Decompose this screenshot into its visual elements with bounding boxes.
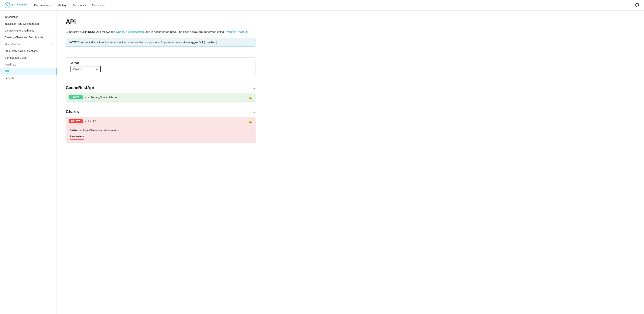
cache-rest-api-title: CacheRestApi [66, 85, 94, 90]
main-content: API Superset's public REST API follows t… [57, 10, 264, 314]
main-nav: Documentation Gallery Community Resource… [34, 4, 635, 7]
parameters-section: Parameters [70, 135, 252, 140]
sidebar-item-roadmap[interactable]: Roadmap [0, 61, 56, 68]
chevron-down-icon: ⌄ [50, 43, 52, 45]
method-badge-post: POST [69, 95, 82, 99]
servers-label: Servers [70, 61, 251, 64]
page-layout: Introduction Installation and Configurat… [0, 10, 644, 314]
servers-box: Servers /api/v1 ⌄ [66, 57, 256, 76]
endpoint-path: /chart/ [85, 120, 248, 123]
sidebar-item-contribution[interactable]: Contribution Guide [0, 54, 56, 61]
intro-paragraph: Superset's public REST API follows the O… [66, 30, 256, 34]
charts-section: Charts ⌄ DELETE /chart/ 🔒 Deletes multip… [66, 106, 256, 143]
charts-title: Charts [66, 109, 79, 114]
cache-rest-api-section: CacheRestApi ⌄ POST /cachekey/invalidate… [66, 82, 256, 102]
sidebar-item-installation[interactable]: Installation and Configuration ⌄ [0, 20, 56, 27]
chevron-down-icon: ⌄ [96, 68, 98, 71]
chevron-down-icon: ⌄ [253, 110, 256, 114]
endpoint-description: Deletes multiple Charts in a bulk operat… [70, 129, 252, 132]
sidebar-item-charts[interactable]: Creating Charts and Dashboards ⌄ [0, 34, 56, 41]
note-code: /swagger/v1 [186, 41, 203, 44]
logo-text: Superset [12, 3, 27, 7]
chevron-down-icon: ⌄ [50, 29, 52, 32]
server-select[interactable]: /api/v1 ⌄ [70, 66, 101, 72]
nav-community[interactable]: Community [72, 4, 86, 7]
logo[interactable]: Superset [4, 2, 27, 8]
openapi-link[interactable]: OpenAPI specification [116, 30, 144, 33]
endpoint-post-cachekey[interactable]: POST /cachekey/invalidate 🔒 [66, 93, 256, 102]
parameters-header: Parameters [70, 135, 84, 140]
sidebar: Introduction Installation and Configurat… [0, 10, 57, 314]
charts-header[interactable]: Charts ⌄ [66, 106, 256, 117]
sidebar-item-security[interactable]: Security [0, 75, 56, 82]
note-box: NOTE! You can find an interactive versio… [66, 38, 256, 47]
sidebar-item-introduction[interactable]: Introduction [0, 13, 56, 20]
cache-rest-api-header[interactable]: CacheRestApi ⌄ [66, 82, 256, 93]
sidebar-item-connecting[interactable]: Connecting to Databases ⌄ [0, 27, 56, 34]
superset-logo-icon [4, 2, 10, 8]
sidebar-item-api[interactable]: API [0, 68, 56, 75]
endpoint-path: /cachekey/invalidate [85, 96, 248, 99]
swagger-link[interactable]: Swagger React UI [225, 30, 248, 33]
sidebar-item-faq[interactable]: Frequently Asked Questions [0, 48, 56, 54]
endpoint-delete-chart[interactable]: DELETE /chart/ 🔒 [66, 117, 256, 126]
sidebar-item-misc[interactable]: Miscellaneous ⌄ [0, 41, 56, 48]
nav-gallery[interactable]: Gallery [58, 4, 66, 7]
nav-resources[interactable]: Resources [92, 4, 104, 7]
github-icon[interactable] [635, 3, 640, 8]
chevron-down-icon: ⌄ [50, 36, 52, 39]
endpoint-expanded-delete-chart: Deletes multiple Charts in a bulk operat… [66, 126, 256, 143]
chevron-down-icon: ⌄ [50, 22, 52, 25]
lock-icon: 🔒 [248, 96, 252, 99]
chevron-down-icon: ⌄ [253, 86, 256, 90]
note-label: NOTE! [69, 41, 78, 44]
page-title: API [66, 18, 256, 25]
site-header: Superset Documentation Gallery Community… [0, 0, 644, 10]
lock-icon: 🔒 [248, 120, 252, 123]
method-badge-delete: DELETE [69, 119, 82, 123]
section-divider [66, 53, 256, 53]
nav-documentation[interactable]: Documentation [34, 4, 52, 7]
